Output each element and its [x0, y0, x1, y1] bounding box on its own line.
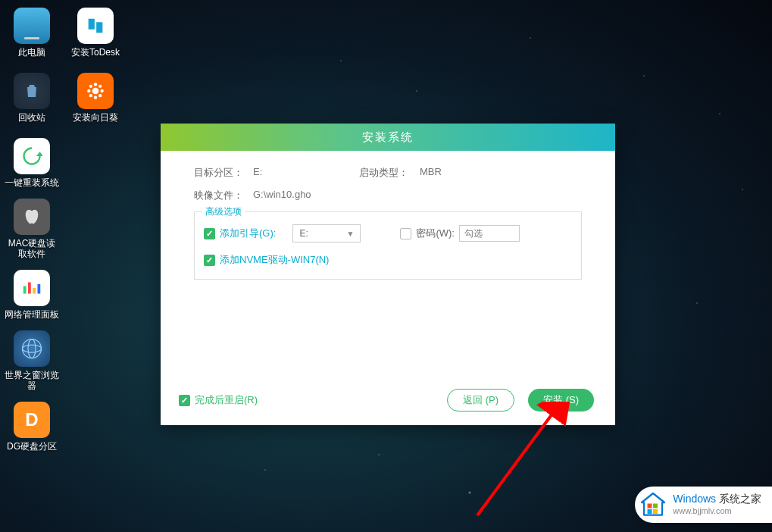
icon-label: 此电脑 [18, 47, 45, 58]
dialog-footer: 完成后重启(R) 返回 (P) 安装 (S) [179, 389, 594, 412]
image-file-label: 映像文件： [194, 189, 253, 202]
add-nvme-label: 添加NVME驱动-WIN7(N) [220, 253, 329, 267]
chevron-down-icon: ▼ [346, 230, 354, 238]
svg-rect-10 [28, 283, 31, 294]
icon-todesk[interactable]: 安装ToDesk [65, 5, 126, 61]
svg-point-4 [101, 89, 104, 92]
svg-point-2 [94, 96, 97, 99]
svg-point-7 [89, 94, 92, 97]
target-partition-value: E: [253, 166, 329, 180]
install-button[interactable]: 安装 (S) [528, 389, 594, 412]
password-input[interactable] [459, 225, 520, 242]
icon-label: 网络管理面板 [5, 309, 59, 320]
svg-point-13 [23, 340, 42, 358]
advanced-fieldset: 高级选项 添加引导(G): E: ▼ 密码(W): 添加NVME驱动-WIN7(… [194, 211, 582, 280]
boot-drive-value: E: [299, 228, 308, 239]
icon-label: MAC硬盘读取软件 [5, 238, 59, 259]
icon-this-pc[interactable]: 此电脑 [2, 5, 62, 61]
icon-label: 世界之窗浏览器 [5, 370, 59, 391]
watermark-title: Windows 系统之家 [673, 493, 761, 505]
target-partition-label: 目标分区： [194, 166, 253, 180]
svg-rect-9 [23, 286, 27, 294]
svg-rect-18 [653, 504, 658, 509]
svg-point-5 [89, 85, 92, 88]
sunflower-icon [77, 73, 114, 109]
watermark-url: www.bjjmlv.com [673, 505, 761, 517]
icon-browser[interactable]: 世界之窗浏览器 [2, 327, 62, 394]
svg-rect-19 [648, 509, 652, 514]
row-target-boot: 目标分区： E: 启动类型： MBR [194, 166, 582, 180]
recycle-icon [14, 73, 50, 109]
row-add-boot: 添加引导(G): E: ▼ 密码(W): [204, 224, 572, 243]
dg-icon: D [14, 402, 50, 438]
svg-rect-11 [33, 288, 36, 294]
password-label: 密码(W): [416, 227, 455, 240]
restart-checkbox[interactable] [179, 395, 190, 406]
boot-type-label: 启动类型： [359, 166, 420, 180]
icon-sunflower[interactable]: 安装向日葵 [65, 70, 126, 126]
svg-point-15 [28, 340, 36, 358]
svg-line-16 [477, 411, 555, 515]
windows-house-icon [639, 491, 667, 518]
add-boot-checkbox[interactable] [204, 228, 215, 239]
row-add-nvme: 添加NVME驱动-WIN7(N) [204, 253, 572, 267]
watermark: Windows 系统之家 www.bjjmlv.com [635, 487, 772, 523]
svg-point-8 [98, 94, 102, 97]
todesk-icon [77, 8, 114, 44]
pc-icon [14, 8, 50, 44]
icon-netpanel[interactable]: 网络管理面板 [2, 267, 62, 323]
boot-type-value: MBR [420, 166, 442, 180]
image-file-value: G:\win10.gho [253, 189, 311, 202]
svg-rect-12 [38, 284, 41, 294]
svg-rect-17 [648, 504, 652, 509]
icon-label: 一键重装系统 [5, 177, 59, 188]
netpanel-icon [14, 270, 50, 306]
macdisk-icon [14, 199, 50, 235]
icon-label: DG硬盘分区 [7, 441, 57, 452]
globe-icon [14, 330, 50, 367]
icon-recycle[interactable]: 回收站 [2, 70, 62, 126]
icon-label: 回收站 [18, 112, 45, 123]
add-nvme-checkbox[interactable] [204, 255, 215, 266]
return-button[interactable]: 返回 (P) [447, 389, 514, 412]
icon-label: 安装ToDesk [71, 47, 120, 58]
svg-point-3 [87, 89, 90, 92]
password-checkbox[interactable] [400, 228, 411, 239]
row-image-file: 映像文件： G:\win10.gho [194, 189, 582, 202]
svg-point-1 [94, 83, 97, 86]
icon-reinstall[interactable]: 一键重装系统 [2, 135, 62, 191]
add-boot-label: 添加引导(G): [220, 227, 276, 240]
icon-dg[interactable]: D DG硬盘分区 [2, 399, 62, 455]
svg-rect-20 [653, 509, 658, 514]
svg-point-6 [98, 85, 102, 88]
install-dialog: 安装系统 目标分区： E: 启动类型： MBR 映像文件： G:\win10.g… [161, 124, 615, 425]
icon-macdisk[interactable]: MAC硬盘读取软件 [2, 196, 62, 262]
desktop: 此电脑 安装ToDesk 回收站 安装向日葵 一键重装系统 [0, 0, 127, 459]
boot-drive-select[interactable]: E: ▼ [292, 224, 361, 243]
dialog-content: 目标分区： E: 启动类型： MBR 映像文件： G:\win10.gho 高级… [161, 151, 615, 287]
icon-label: 安装向日葵 [73, 112, 118, 123]
svg-point-0 [92, 88, 99, 95]
reinstall-icon [14, 138, 50, 174]
svg-point-14 [23, 345, 42, 352]
restart-label: 完成后重启(R) [195, 393, 258, 407]
dialog-title: 安装系统 [161, 124, 615, 151]
advanced-legend: 高级选项 [202, 205, 245, 218]
